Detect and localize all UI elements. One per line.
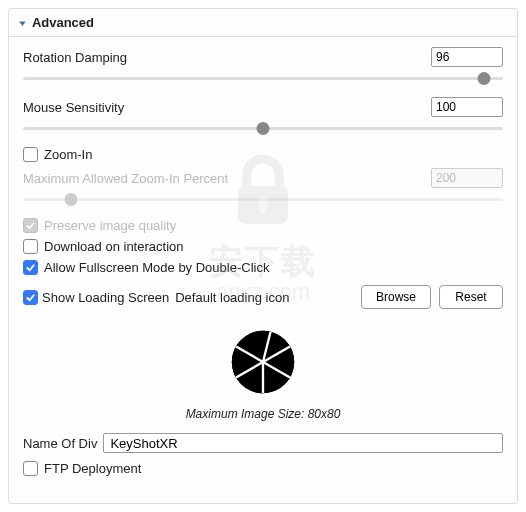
fullscreen-checkbox[interactable] (23, 260, 38, 275)
preserve-quality-checkbox (23, 218, 38, 233)
mouse-sensitivity-slider[interactable] (23, 119, 503, 137)
name-of-div-input[interactable] (103, 433, 503, 453)
max-zoom-label: Maximum Allowed Zoom-In Percent (23, 171, 228, 186)
zoom-in-checkbox[interactable] (23, 147, 38, 162)
section-header[interactable]: ▼ Advanced (9, 9, 517, 37)
ftp-deployment-label: FTP Deployment (44, 461, 141, 476)
fullscreen-label: Allow Fullscreen Mode by Double-Click (44, 260, 269, 275)
ftp-deployment-checkbox[interactable] (23, 461, 38, 476)
mouse-sensitivity-label: Mouse Sensitivity (23, 100, 124, 115)
show-loading-label: Show Loading Screen (42, 290, 169, 305)
mouse-sensitivity-input[interactable] (431, 97, 503, 117)
rotation-damping-slider[interactable] (23, 69, 503, 87)
reset-button[interactable]: Reset (439, 285, 503, 309)
default-loading-label: Default loading icon (175, 290, 289, 305)
max-image-size-caption: Maximum Image Size: 80x80 (23, 407, 503, 421)
preserve-quality-label: Preserve image quality (44, 218, 176, 233)
max-zoom-slider (23, 190, 503, 208)
browse-button[interactable]: Browse (361, 285, 431, 309)
download-interaction-checkbox[interactable] (23, 239, 38, 254)
aperture-icon (224, 323, 302, 401)
disclosure-triangle[interactable]: ▼ (17, 18, 28, 26)
max-zoom-input (431, 168, 503, 188)
zoom-in-label: Zoom-In (44, 147, 92, 162)
section-title: Advanced (32, 15, 94, 30)
show-loading-checkbox[interactable] (23, 290, 38, 305)
download-interaction-label: Download on interaction (44, 239, 183, 254)
name-of-div-label: Name Of Div (23, 436, 97, 451)
rotation-damping-input[interactable] (431, 47, 503, 67)
rotation-damping-label: Rotation Damping (23, 50, 127, 65)
